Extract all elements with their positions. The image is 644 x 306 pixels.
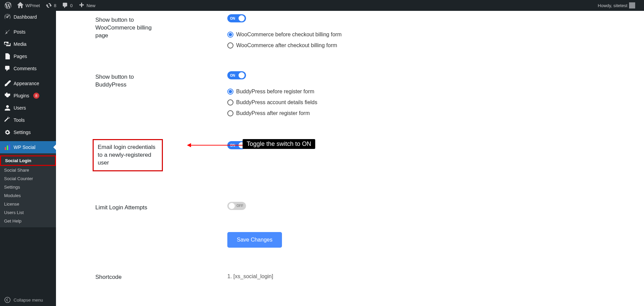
submenu-users-list[interactable]: Users List [0, 208, 56, 217]
setting-limit-label: Limit Login Attempts [63, 202, 163, 212]
shortcode-text: 1. [xs_social_login] [227, 273, 273, 279]
radio-icon [227, 110, 233, 116]
collapse-menu[interactable]: Collapse menu [0, 294, 56, 306]
media-icon [4, 41, 11, 47]
bp-radio-after[interactable]: BuddyPress after register form [227, 108, 637, 119]
menu-pages[interactable]: Pages [0, 50, 56, 62]
site-name-label: WPmet [25, 3, 40, 8]
menu-wp-social[interactable]: WP Social [0, 141, 56, 153]
svg-rect-2 [9, 145, 10, 150]
setting-woo: Show button to WooCommerce billing page … [63, 11, 637, 54]
menu-label: Dashboard [14, 14, 37, 20]
update-icon [45, 2, 52, 9]
shortcode-value: 1. [xs_social_login] [163, 271, 637, 281]
menu-label: Pages [14, 54, 27, 59]
bp-radio-before[interactable]: BuddyPress before register form [227, 86, 637, 97]
toggle-knob [239, 72, 245, 78]
admin-bar-right: Howdy, sitetest [595, 0, 642, 11]
menu-label: Media [14, 41, 26, 47]
setting-limit-login: Limit Login Attempts OFF [63, 198, 637, 215]
radio-label: BuddyPress before register form [236, 89, 314, 95]
email-label-text: Email login credentials to a newly-regis… [98, 144, 155, 166]
submenu-social-share[interactable]: Social Share [0, 166, 56, 174]
admin-bar: WPmet 8 0 New Howdy, sitetest [0, 0, 644, 11]
submenu-modules[interactable]: Modules [0, 191, 56, 200]
bp-radio-account[interactable]: BuddyPress account details fields [227, 97, 637, 108]
home-icon [17, 2, 24, 9]
woo-toggle[interactable]: ON [227, 14, 246, 22]
menu-tools[interactable]: Tools [0, 114, 56, 126]
email-highlighted-box: Email login credentials to a newly-regis… [93, 139, 163, 171]
annotation-arrow [188, 145, 243, 146]
comments-icon [4, 65, 11, 72]
setting-limit-control: OFF [163, 202, 637, 212]
radio-label: WooCommerce before checkout billing form [236, 32, 342, 38]
account-item[interactable]: Howdy, sitetest [595, 0, 638, 11]
shortcode-label: Shortcode [63, 271, 163, 281]
wordpress-icon [5, 2, 12, 9]
submenu-social-counter[interactable]: Social Counter [0, 174, 56, 183]
comments-count: 0 [70, 3, 73, 8]
svg-point-3 [5, 297, 10, 303]
new-content-item[interactable]: New [75, 0, 98, 11]
menu-dashboard[interactable]: Dashboard [0, 11, 56, 23]
howdy-label: Howdy, sitetest [598, 3, 627, 8]
pin-icon [4, 28, 11, 35]
radio-label: BuddyPress account details fields [236, 99, 317, 106]
menu-users[interactable]: Users [0, 102, 56, 114]
menu-plugins[interactable]: Plugins 8 [0, 90, 56, 102]
woo-radio-list: WooCommerce before checkout billing form… [227, 29, 637, 51]
menu-settings[interactable]: Settings [0, 126, 56, 138]
radio-label: BuddyPress after register form [236, 110, 310, 116]
pages-icon [4, 53, 11, 60]
menu-label: Settings [14, 130, 31, 135]
brush-icon [4, 80, 11, 87]
setting-email-creds: Email login credentials to a newly-regis… [63, 136, 637, 175]
submenu-get-help[interactable]: Get Help [0, 217, 56, 225]
radio-icon [227, 32, 233, 38]
menu-media[interactable]: Media [0, 38, 56, 50]
updates-item[interactable]: 8 [43, 0, 59, 11]
bp-toggle[interactable]: ON [227, 71, 246, 79]
submenu-social-login[interactable]: Social Login [0, 155, 56, 166]
collapse-label: Collapse menu [14, 298, 43, 303]
plugin-icon [4, 92, 11, 99]
setting-woo-control: ON WooCommerce before checkout billing f… [163, 14, 637, 51]
sidebar: Dashboard Posts Media Pages Comments App… [0, 11, 56, 306]
setting-email-label-wrap: Email login credentials to a newly-regis… [63, 139, 163, 171]
save-control: Save Changes [163, 218, 637, 248]
svg-rect-1 [7, 146, 8, 150]
menu-label: Comments [14, 66, 37, 71]
toggle-knob [239, 15, 245, 21]
site-name-item[interactable]: WPmet [14, 0, 43, 11]
woo-radio-after[interactable]: WooCommerce after checkout billing form [227, 40, 637, 51]
comments-item[interactable]: 0 [59, 0, 75, 11]
save-button[interactable]: Save Changes [227, 232, 282, 248]
menu-label: Plugins [14, 93, 29, 98]
setting-woo-label: Show button to WooCommerce billing page [63, 14, 163, 51]
setting-email-control: ON Toggle the switch to ON [163, 139, 637, 171]
admin-bar-left: WPmet 8 0 New [2, 0, 98, 11]
plus-icon [78, 2, 85, 9]
comment-icon [62, 2, 69, 9]
menu-comments[interactable]: Comments [0, 62, 56, 75]
wp-social-submenu: Social Login Social Share Social Counter… [0, 153, 56, 227]
menu-appearance[interactable]: Appearance [0, 77, 56, 90]
submenu-license[interactable]: License [0, 200, 56, 208]
wp-logo-item[interactable] [2, 0, 14, 11]
plugins-badge: 8 [33, 93, 39, 99]
tools-icon [4, 117, 11, 123]
submenu-settings[interactable]: Settings [0, 183, 56, 191]
menu-label: Appearance [14, 81, 39, 86]
settings-icon [4, 129, 11, 136]
toggle-knob [229, 203, 235, 209]
woo-radio-before[interactable]: WooCommerce before checkout billing form [227, 29, 637, 40]
settings-section: Show button to WooCommerce billing page … [56, 11, 644, 295]
setting-shortcode: Shortcode 1. [xs_social_login] [63, 268, 637, 285]
menu-posts[interactable]: Posts [0, 26, 56, 38]
limit-toggle[interactable]: OFF [227, 202, 246, 210]
save-spacer [63, 218, 163, 248]
radio-icon [227, 99, 233, 106]
collapse-icon [4, 297, 11, 303]
updates-count: 8 [54, 3, 56, 8]
